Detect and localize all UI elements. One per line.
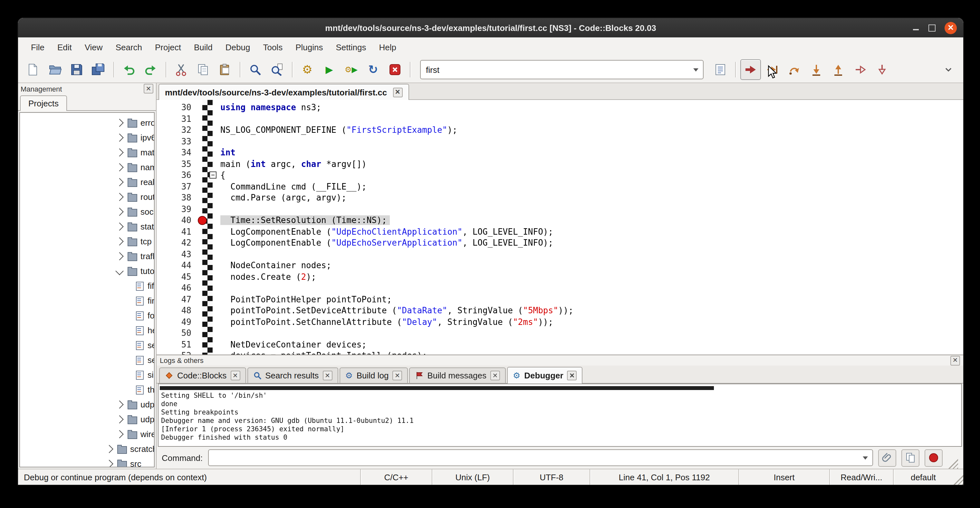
save-all-button[interactable] xyxy=(88,59,109,80)
line-number[interactable]: 35 xyxy=(157,159,197,169)
menu-item-search[interactable]: Search xyxy=(109,40,148,54)
line-number[interactable]: 44 xyxy=(157,261,197,271)
close-icon[interactable]: ✕ xyxy=(323,371,332,381)
close-icon[interactable]: ✕ xyxy=(393,88,402,97)
tree-item-ipv6[interactable]: ipv6 xyxy=(20,130,154,145)
step-into-instruction-button[interactable] xyxy=(872,59,892,80)
line-number[interactable]: 41 xyxy=(157,227,197,237)
tree-item-fif[interactable]: fif xyxy=(20,279,154,293)
chevron-right-icon[interactable] xyxy=(115,237,123,245)
stop-button[interactable] xyxy=(924,449,943,467)
paste-button[interactable] xyxy=(215,59,235,80)
chevron-right-icon[interactable] xyxy=(115,134,123,142)
find-in-files-button[interactable] xyxy=(267,59,287,80)
code-editor[interactable]: 30using namespace ns3;3132NS_LOG_COMPONE… xyxy=(157,100,963,355)
logs-tab-debugger[interactable]: ⚙Debugger✕ xyxy=(507,367,583,384)
copy-log-button[interactable] xyxy=(901,449,920,467)
tree-item-real[interactable]: real xyxy=(20,175,154,190)
run-button[interactable]: ▶ xyxy=(319,59,340,80)
line-number[interactable]: 47 xyxy=(157,295,197,304)
line-number[interactable]: 39 xyxy=(157,204,197,214)
combo-dropdown-icon[interactable] xyxy=(858,450,872,465)
rebuild-button[interactable]: ↻ xyxy=(363,59,383,80)
line-number[interactable]: 33 xyxy=(157,137,197,147)
menu-item-debug[interactable]: Debug xyxy=(219,40,257,54)
line-number[interactable]: 50 xyxy=(157,328,197,338)
tree-item-src[interactable]: src xyxy=(20,456,154,467)
chevron-right-icon[interactable] xyxy=(115,193,123,201)
line-number[interactable]: 32 xyxy=(157,126,197,135)
line-number[interactable]: 30 xyxy=(157,103,197,113)
tree-item-se[interactable]: se xyxy=(20,338,154,353)
open-button[interactable] xyxy=(45,59,65,80)
tree-item-th[interactable]: th xyxy=(20,382,154,397)
tree-item-se[interactable]: se xyxy=(20,353,154,368)
menu-item-tools[interactable]: Tools xyxy=(256,40,289,54)
command-combo[interactable] xyxy=(208,449,873,466)
line-number[interactable]: 31 xyxy=(157,114,197,124)
line-number[interactable]: 37 xyxy=(157,182,197,191)
cut-button[interactable] xyxy=(171,59,191,80)
breakpoint-margin[interactable] xyxy=(197,216,207,225)
chevron-right-icon[interactable] xyxy=(115,119,123,127)
menu-item-plugins[interactable]: Plugins xyxy=(289,40,329,54)
line-number[interactable]: 43 xyxy=(157,250,197,259)
tree-item-udp[interactable]: udp xyxy=(20,397,154,412)
close-icon[interactable]: ✕ xyxy=(144,84,153,94)
step-out-button[interactable] xyxy=(828,59,849,80)
chevron-right-icon[interactable] xyxy=(115,148,123,156)
step-into-button[interactable] xyxy=(806,59,827,80)
chevron-right-icon[interactable] xyxy=(115,222,123,231)
combo-dropdown-icon[interactable] xyxy=(689,61,703,79)
tree-item-wire[interactable]: wire xyxy=(20,427,154,442)
attach-button[interactable] xyxy=(878,449,896,467)
debugger-log[interactable]: Setting SHELL to '/bin/sh'doneSetting br… xyxy=(158,384,962,447)
fold-marker-icon[interactable] xyxy=(209,172,216,179)
overflow-chevron-button[interactable] xyxy=(938,59,959,80)
menu-item-view[interactable]: View xyxy=(78,40,109,54)
tree-item-sock[interactable]: sock xyxy=(20,204,154,219)
tree-item-fir[interactable]: fir xyxy=(20,293,154,308)
line-number[interactable]: 34 xyxy=(157,148,197,158)
tree-item-erro[interactable]: erro xyxy=(20,115,154,130)
logs-tab-code-blocks[interactable]: Code::Blocks✕ xyxy=(159,368,246,383)
menu-item-edit[interactable]: Edit xyxy=(51,40,78,54)
tree-item-trafl[interactable]: trafl xyxy=(20,249,154,264)
chevron-right-icon[interactable] xyxy=(105,445,113,453)
close-icon[interactable]: ✕ xyxy=(950,355,960,365)
minimize-button[interactable] xyxy=(912,24,920,32)
chevron-right-icon[interactable] xyxy=(115,252,123,260)
line-number[interactable]: 51 xyxy=(157,340,197,349)
line-number[interactable]: 48 xyxy=(157,306,197,315)
tree-item-mat[interactable]: mat xyxy=(20,145,154,160)
debug-continue-button[interactable] xyxy=(740,59,761,80)
maximize-button[interactable] xyxy=(929,24,935,31)
editor-tab[interactable]: mnt/dev/tools/source/ns-3-dev/examples/t… xyxy=(159,84,409,100)
close-icon[interactable]: ✕ xyxy=(230,371,240,381)
chevron-down-icon[interactable] xyxy=(115,267,123,275)
logs-tab-search-results[interactable]: Search results✕ xyxy=(247,368,338,383)
chevron-right-icon[interactable] xyxy=(115,163,123,171)
close-button[interactable]: ✕ xyxy=(945,22,957,34)
tree-item-tuto[interactable]: tuto xyxy=(20,264,154,279)
menu-item-file[interactable]: File xyxy=(24,40,51,54)
menu-item-help[interactable]: Help xyxy=(372,40,403,54)
close-icon[interactable]: ✕ xyxy=(567,371,577,381)
next-instruction-button[interactable] xyxy=(850,59,870,80)
abort-build-button[interactable] xyxy=(385,59,405,80)
menu-item-project[interactable]: Project xyxy=(148,40,188,54)
chevron-right-icon[interactable] xyxy=(115,178,123,186)
window-resize-grip[interactable] xyxy=(953,475,963,485)
search-combo-input[interactable] xyxy=(421,65,689,75)
line-number[interactable]: 40 xyxy=(157,216,197,225)
panel-resize-grip[interactable] xyxy=(948,459,958,469)
undo-button[interactable] xyxy=(119,59,139,80)
new-file-button[interactable] xyxy=(22,59,43,80)
logs-tab-build-log[interactable]: ⚙Build log✕ xyxy=(339,368,408,383)
menu-item-settings[interactable]: Settings xyxy=(329,40,372,54)
line-number[interactable]: 42 xyxy=(157,238,197,248)
line-number[interactable]: 36 xyxy=(157,170,197,180)
logs-tab-build-messages[interactable]: Build messages✕ xyxy=(409,368,506,383)
tree-item-he[interactable]: he xyxy=(20,323,154,338)
save-button[interactable] xyxy=(66,59,87,80)
